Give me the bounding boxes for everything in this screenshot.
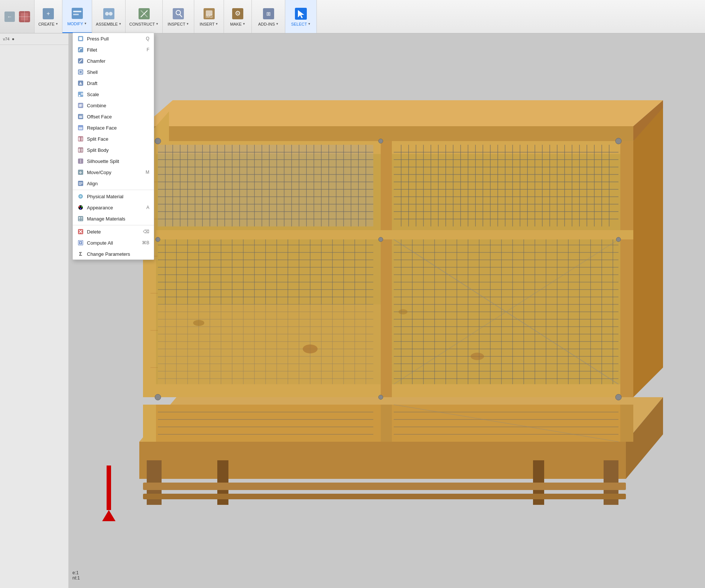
menu-item-physical-material[interactable]: Physical Material xyxy=(73,191,154,202)
silhouette-split-icon xyxy=(77,158,84,164)
menu-item-scale[interactable]: Scale xyxy=(73,89,154,100)
combine-icon xyxy=(77,102,84,109)
insert-label: INSERT ▼ xyxy=(199,22,218,26)
svg-point-277 xyxy=(379,395,383,399)
svg-rect-71 xyxy=(79,217,80,219)
svg-rect-44 xyxy=(79,116,82,118)
svg-point-275 xyxy=(615,394,621,400)
toolbar-group-modify[interactable]: MODIFY ▼ xyxy=(62,0,92,33)
delete-icon xyxy=(77,228,84,235)
view-cube-icon[interactable] xyxy=(18,10,31,23)
chamfer-label: Chamfer xyxy=(87,58,146,64)
menu-item-combine[interactable]: Combine xyxy=(73,100,154,111)
menu-separator-1 xyxy=(73,190,154,190)
svg-point-67 xyxy=(79,206,80,208)
menu-item-compute-all[interactable]: Compute All ⌘B xyxy=(73,237,154,248)
svg-text:+: + xyxy=(46,10,50,17)
toolbar-group-insert[interactable]: IMG INSERT ▼ xyxy=(194,0,224,33)
menu-item-draft[interactable]: Draft xyxy=(73,78,154,89)
svg-marker-93 xyxy=(143,126,633,141)
svg-rect-33 xyxy=(78,69,83,75)
menu-item-shell[interactable]: Shell xyxy=(73,66,154,78)
menu-item-split-body[interactable]: Split Body xyxy=(73,144,154,156)
svg-rect-39 xyxy=(81,93,83,95)
svg-text:IMG: IMG xyxy=(205,14,212,19)
modify-arrow: ▼ xyxy=(84,22,87,25)
appearance-shortcut: A xyxy=(146,205,149,210)
menu-item-chamfer[interactable]: Chamfer xyxy=(73,55,154,66)
toolbar-group-assemble[interactable]: ASSEMBLE ▼ xyxy=(92,0,126,33)
assemble-label: ASSEMBLE ▼ xyxy=(96,22,121,26)
physical-material-icon xyxy=(77,193,84,200)
menu-item-press-pull[interactable]: Press Pull Q xyxy=(73,33,154,44)
delete-label: Delete xyxy=(87,229,140,235)
svg-rect-9 xyxy=(73,11,81,12)
menu-item-replace-face[interactable]: Replace Face xyxy=(73,122,154,133)
point-status: nt:1 xyxy=(72,575,80,581)
replace-face-label: Replace Face xyxy=(87,125,146,131)
svg-rect-50 xyxy=(78,137,80,141)
svg-rect-74 xyxy=(81,219,82,221)
select-icon xyxy=(294,7,308,20)
svg-rect-31 xyxy=(78,47,83,52)
menu-item-fillet[interactable]: Fillet F xyxy=(73,44,154,55)
menu-item-split-face[interactable]: Split Face xyxy=(73,133,154,144)
toolbar-group-construct[interactable]: CONSTRUCT ▼ xyxy=(126,0,163,33)
menu-item-align[interactable]: Align xyxy=(73,178,154,189)
toolbar-group-inspect[interactable]: INSPECT ▼ xyxy=(163,0,194,33)
construct-label: CONSTRUCT ▼ xyxy=(129,22,159,26)
scale-status: e:1 xyxy=(72,570,80,575)
manage-materials-icon xyxy=(77,215,84,222)
svg-marker-92 xyxy=(143,100,663,126)
menu-item-silhouette-split[interactable]: Silhouette Split xyxy=(73,156,154,167)
svg-point-65 xyxy=(79,195,82,197)
version-label: v74 xyxy=(3,37,10,41)
insert-icon: IMG xyxy=(202,7,216,20)
align-label: Align xyxy=(87,181,146,186)
menu-item-manage-materials[interactable]: Manage Materials xyxy=(73,213,154,224)
back-icon[interactable]: ← xyxy=(3,10,16,23)
delete-shortcut: ⌫ xyxy=(143,229,149,234)
svg-marker-96 xyxy=(633,108,663,397)
split-face-label: Split Face xyxy=(87,136,146,142)
menu-separator-2 xyxy=(73,225,154,225)
svg-point-272 xyxy=(155,138,161,144)
svg-rect-104 xyxy=(158,145,373,226)
toolbar-group-select[interactable]: SELECT ▼ xyxy=(285,0,317,33)
3d-scene[interactable] xyxy=(69,33,705,588)
svg-text:⚙: ⚙ xyxy=(235,10,241,17)
svg-rect-8 xyxy=(72,8,83,19)
svg-point-274 xyxy=(155,394,161,400)
change-parameters-icon: Σ xyxy=(77,251,84,257)
move-copy-shortcut: M xyxy=(146,170,149,175)
toolbar-group-create[interactable]: + CREATE ▼ xyxy=(35,0,62,33)
split-body-label: Split Body xyxy=(87,147,146,153)
menu-item-delete[interactable]: Delete ⌫ xyxy=(73,226,154,237)
svg-point-269 xyxy=(193,320,204,326)
create-label: CREATE ▼ xyxy=(38,22,58,26)
svg-text:⊞: ⊞ xyxy=(266,11,271,17)
svg-point-273 xyxy=(615,138,621,144)
addins-label: ADD-INS ▼ xyxy=(258,22,279,26)
menu-item-appearance[interactable]: Appearance A xyxy=(73,202,154,213)
dot-indicator: ● xyxy=(12,36,14,42)
draft-icon xyxy=(77,80,84,86)
split-face-icon xyxy=(77,135,84,142)
menu-item-change-parameters[interactable]: Σ Change Parameters xyxy=(73,248,154,259)
svg-point-280 xyxy=(616,237,621,242)
appearance-icon xyxy=(77,204,84,211)
chamfer-icon xyxy=(77,58,84,64)
menu-item-offset-face[interactable]: Offset Face xyxy=(73,111,154,122)
shell-icon xyxy=(77,69,84,75)
svg-rect-62 xyxy=(79,183,82,183)
menu-item-move-copy[interactable]: ✥ Move/Copy M xyxy=(73,167,154,178)
svg-point-278 xyxy=(379,237,383,242)
svg-rect-38 xyxy=(79,95,80,97)
svg-point-271 xyxy=(399,309,407,314)
align-icon xyxy=(77,180,84,187)
toolbar-group-make[interactable]: ⚙ MAKE ▼ xyxy=(224,0,252,33)
toolbar-back-forward[interactable]: ← xyxy=(0,0,35,33)
svg-rect-63 xyxy=(79,184,81,185)
silhouette-split-label: Silhouette Split xyxy=(87,159,146,164)
toolbar-group-addins[interactable]: ⊞ ADD-INS ▼ xyxy=(252,0,285,33)
